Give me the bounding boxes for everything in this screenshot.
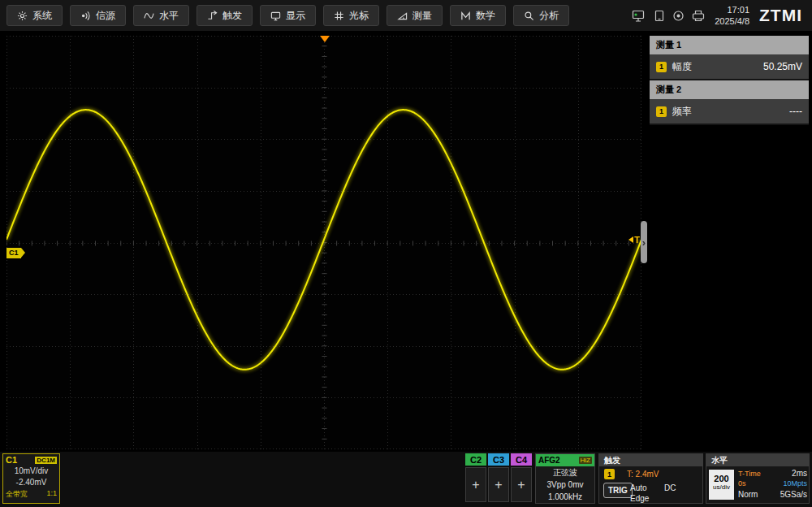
- bottombar: C1 DC1M 10mV/div -2.40mV 全带宽 1:1 C2 C3 C…: [0, 452, 812, 507]
- measurement2-row[interactable]: 1 频率 ----: [650, 99, 809, 125]
- horizontal-box-title: 水平: [706, 454, 809, 466]
- channel2-tab[interactable]: C2: [465, 453, 486, 466]
- menu-cursor[interactable]: 光标: [323, 5, 379, 26]
- trigger-type: Edge: [630, 494, 649, 503]
- horizontal-row-acq: Norm 5GSa/s: [738, 490, 807, 499]
- trig-button[interactable]: TRIG: [603, 483, 633, 498]
- waveform-canvas[interactable]: [6, 36, 641, 449]
- trigger-edge-icon: [207, 11, 218, 21]
- measurement1-header: 测量 1: [650, 36, 809, 54]
- channel4-tab[interactable]: C4: [511, 453, 532, 466]
- trigger-level-value: T: 2.4mV: [627, 470, 659, 479]
- menu-label: 数学: [476, 9, 495, 23]
- menu-trigger[interactable]: 触发: [197, 5, 253, 26]
- measurement2-header: 测量 2: [650, 80, 809, 99]
- menu-math[interactable]: 数学: [450, 5, 506, 26]
- measurement2-value: ----: [789, 106, 802, 117]
- source-icon: [80, 11, 91, 21]
- menu-horizontal[interactable]: 水平: [133, 5, 189, 26]
- menu-label: 显示: [286, 9, 305, 23]
- trigger-level-marker[interactable]: T: [628, 235, 640, 245]
- trigger-info-box[interactable]: 触发 1 T: 2.4mV TRIG Auto DC Edge: [598, 453, 703, 504]
- measurement-panel: 测量 1 1 幅度 50.25mV 测量 2 1 频率 ----: [650, 36, 809, 125]
- topbar: 系统 信源 水平 触发: [0, 0, 812, 31]
- afg-load-badge: HiZ: [579, 457, 592, 464]
- channel1-badge: 1: [656, 106, 667, 117]
- tablet-icon[interactable]: [654, 10, 665, 22]
- channel1-probe: 1:1: [46, 489, 57, 500]
- panel-scrollbar-handle[interactable]: ›: [641, 221, 647, 263]
- measure-icon: [397, 11, 408, 21]
- menu-display[interactable]: 显示: [260, 5, 316, 26]
- channel1-label: C1: [6, 455, 17, 465]
- trigger-coupling: DC: [664, 483, 676, 492]
- trigger-box-title: 触发: [599, 454, 702, 466]
- record-icon[interactable]: [672, 10, 685, 22]
- measurement2-name: 频率: [672, 105, 692, 119]
- trigger-position-marker[interactable]: [320, 36, 330, 42]
- delay-value: 0s: [738, 479, 746, 488]
- channel3-add-button[interactable]: +: [488, 467, 509, 502]
- t-time-label: T-Time: [738, 470, 761, 478]
- menu-analyze[interactable]: 分析: [513, 5, 569, 26]
- horizontal-row-delay: 0s 10Mpts: [738, 479, 807, 488]
- channel1-header: C1 DC1M: [3, 454, 59, 466]
- menu-label: 系统: [32, 9, 52, 23]
- printer-icon[interactable]: [692, 10, 705, 22]
- channel1-offset-marker[interactable]: C1: [6, 248, 21, 258]
- channel1-bandwidth: 全带宽: [6, 489, 28, 500]
- menu-measure[interactable]: 测量: [387, 5, 443, 26]
- t-time-value: 2ms: [792, 469, 807, 478]
- menu-system[interactable]: 系统: [6, 5, 63, 26]
- afg-frequency: 1.000kHz: [536, 491, 594, 503]
- afg-waveform-type: 正弦波: [536, 466, 594, 479]
- menu-label: 分析: [539, 9, 559, 23]
- measurement1-name: 幅度: [672, 60, 692, 74]
- menu-label: 信源: [96, 9, 115, 23]
- trigger-box-body: 1 T: 2.4mV TRIG Auto DC Edge: [599, 466, 702, 503]
- acquisition-mode: Norm: [738, 490, 758, 499]
- timebase-value: 200: [709, 474, 734, 483]
- screen-icon[interactable]: [632, 10, 646, 22]
- channel1-coupling-badge: DC1M: [35, 457, 57, 464]
- menu-label: 水平: [159, 9, 179, 23]
- sample-rate: 5GSa/s: [780, 490, 807, 499]
- cursor-icon: [334, 11, 344, 21]
- channel1-scale: 10mV/div: [3, 466, 59, 477]
- menu-label: 测量: [412, 9, 432, 23]
- timebase-unit: us/div: [709, 483, 734, 491]
- channel1-info-box[interactable]: C1 DC1M 10mV/div -2.40mV 全带宽 1:1: [2, 453, 60, 504]
- afg-label: AFG2: [538, 456, 560, 465]
- horizontal-row-ttime: T-Time 2ms: [738, 469, 807, 478]
- channel2-add-button[interactable]: +: [465, 467, 486, 502]
- channel1-badge: 1: [656, 62, 667, 72]
- afg-info-box[interactable]: AFG2 HiZ 正弦波 3Vpp 0mv 1.000kHz: [535, 453, 595, 504]
- clock-date: 2025/4/8: [715, 15, 749, 27]
- display-icon: [270, 11, 281, 21]
- menu-label: 触发: [222, 9, 242, 23]
- menu-source[interactable]: 信源: [70, 5, 126, 26]
- channel1-offset: -2.40mV: [3, 477, 59, 488]
- channel1-footer: 全带宽 1:1: [3, 488, 59, 500]
- left-arrow-icon: [628, 236, 633, 243]
- clock: 17:01 2025/4/8: [715, 4, 749, 28]
- brand-logo: ZTMI: [759, 6, 802, 25]
- memory-depth: 10Mpts: [783, 479, 807, 488]
- scope-display[interactable]: C1 T: [6, 36, 641, 449]
- oscilloscope-screen: 系统 信源 水平 触发: [0, 0, 812, 507]
- clock-time: 17:01: [715, 4, 749, 15]
- gear-icon: [17, 11, 28, 21]
- channel4-add-button[interactable]: +: [511, 467, 532, 502]
- channel3-tab[interactable]: C3: [488, 453, 509, 466]
- status-icons: [632, 10, 705, 22]
- measurement1-value: 50.25mV: [763, 61, 802, 72]
- magnifier-icon: [524, 11, 534, 21]
- trigger-sweep-mode: Auto: [630, 483, 647, 492]
- afg-header: AFG2 HiZ: [536, 454, 594, 466]
- math-icon: [460, 11, 471, 21]
- menu-label: 光标: [349, 9, 369, 23]
- trigger-source-badge: 1: [604, 469, 615, 479]
- measurement1-row[interactable]: 1 幅度 50.25mV: [650, 54, 809, 80]
- horizontal-info-box[interactable]: 水平 200 us/div T-Time 2ms 0s 10Mpts Norm …: [706, 453, 810, 504]
- timebase-scale-box[interactable]: 200 us/div: [709, 470, 734, 500]
